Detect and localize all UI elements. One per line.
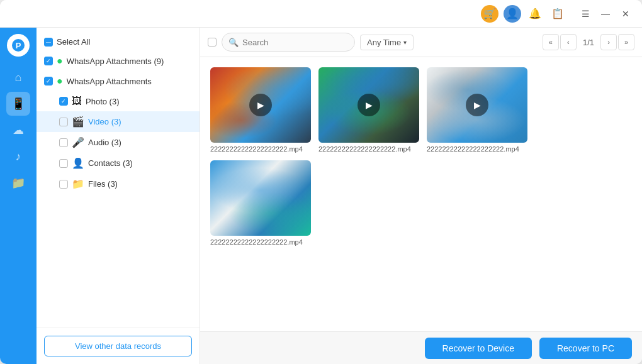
nav-item-phone[interactable]: 📱 xyxy=(6,92,30,116)
photo-label: Photo (3) xyxy=(86,97,192,106)
filename-0: 22222222222222222222.mp4 xyxy=(210,145,311,153)
audio-icon: 🎤 xyxy=(72,136,84,148)
grid-container: ▶ 22222222222222222222.mp4 ▶ 22222222222… xyxy=(210,67,632,246)
play-button-1[interactable]: ▶ xyxy=(358,94,380,116)
recover-to-pc-button[interactable]: Recover to PC xyxy=(539,338,632,359)
nav-item-folder[interactable]: 📁 xyxy=(6,171,30,195)
contacts-label: Contacts (3) xyxy=(88,158,192,168)
bottom-bar: Recover to Device Recover to PC xyxy=(200,331,642,364)
files-checkbox[interactable] xyxy=(59,180,68,189)
bell-icon[interactable]: 🔔 xyxy=(526,5,544,23)
filter-label: Any Time xyxy=(367,38,401,47)
play-button-0[interactable]: ▶ xyxy=(249,94,272,116)
play-overlay-2: ▶ xyxy=(427,67,527,143)
recover-to-device-button[interactable]: Recover to Device xyxy=(425,338,532,359)
svg-text:P: P xyxy=(16,41,21,50)
title-bar: 🛒 👤 🔔 📋 ☰ — ✕ xyxy=(0,0,642,28)
user-icon[interactable]: 👤 xyxy=(504,5,521,23)
whatsapp-sub-icon: ● xyxy=(57,75,63,87)
first-page-button[interactable]: « xyxy=(543,34,559,50)
main-content: 🔍 Any Time ▾ « ‹ 1/1 › » xyxy=(200,28,642,364)
pagination: « ‹ 1/1 › » xyxy=(543,34,634,50)
audio-checkbox[interactable] xyxy=(59,138,68,147)
grid-item-1[interactable]: ▶ 22222222222222222222.mp4 xyxy=(318,67,419,153)
app-window: 🛒 👤 🔔 📋 ☰ — ✕ P ⌂ 📱 ☁ ♪ 📁 xyxy=(0,0,642,364)
whatsapp-checkbox[interactable] xyxy=(44,77,53,85)
whatsapp-parent-label: WhatsApp Attachments (9) xyxy=(67,57,192,66)
search-box: 🔍 xyxy=(222,33,355,52)
play-button-2[interactable]: ▶ xyxy=(466,94,488,116)
search-input[interactable] xyxy=(242,38,348,47)
content-toolbar: 🔍 Any Time ▾ « ‹ 1/1 › » xyxy=(200,28,642,57)
video-icon: 🎬 xyxy=(72,116,84,128)
close-button[interactable]: ✕ xyxy=(617,5,634,23)
chevron-down-icon: ▾ xyxy=(403,39,407,46)
filename-3: 22222222222222222222.mp4 xyxy=(210,238,311,246)
grid-item-3[interactable]: 22222222222222222222.mp4 xyxy=(210,160,311,246)
thumbnail-0: ▶ xyxy=(210,67,311,143)
nav-item-cloud[interactable]: ☁ xyxy=(6,118,30,142)
next-page-button[interactable]: › xyxy=(600,34,617,50)
thumbnail-1: ▶ xyxy=(318,67,419,143)
audio-label: Audio (3) xyxy=(88,138,192,147)
grid-item-2[interactable]: ▶ 22222222222222222222.mp4 xyxy=(427,67,527,153)
video-label: Video (3) xyxy=(88,117,192,126)
title-bar-icons: 🛒 👤 🔔 📋 ☰ — ✕ xyxy=(481,5,634,23)
files-icon: 📁 xyxy=(72,178,84,190)
video-checkbox[interactable] xyxy=(59,118,68,126)
filename-2: 22222222222222222222.mp4 xyxy=(427,145,527,153)
filter-select[interactable]: Any Time ▾ xyxy=(360,35,414,50)
toolbar-checkbox[interactable] xyxy=(208,38,217,47)
app-logo: P xyxy=(7,34,30,57)
grid-item-0[interactable]: ▶ 22222222222222222222.mp4 xyxy=(210,67,311,153)
content-grid: ▶ 22222222222222222222.mp4 ▶ 22222222222… xyxy=(200,57,642,331)
sidebar-item-photo[interactable]: 🖼 Photo (3) xyxy=(37,91,200,111)
left-nav: P ⌂ 📱 ☁ ♪ 📁 xyxy=(0,28,37,364)
whatsapp-parent-checkbox[interactable] xyxy=(44,57,53,65)
play-overlay-0: ▶ xyxy=(210,67,311,143)
files-label: Files (3) xyxy=(88,179,192,189)
sidebar-item-contacts[interactable]: 👤 Contacts (3) xyxy=(37,153,200,174)
last-page-button[interactable]: » xyxy=(618,34,634,50)
photo-icon: 🖼 xyxy=(72,96,82,107)
photo-checkbox[interactable] xyxy=(59,97,68,106)
window-controls: ☰ — ✕ xyxy=(577,5,634,23)
sidebar-item-audio[interactable]: 🎤 Audio (3) xyxy=(37,132,200,153)
sidebar-item-whatsapp-parent[interactable]: ● WhatsApp Attachments (9) xyxy=(37,51,200,71)
notes-icon[interactable]: 📋 xyxy=(549,5,566,23)
select-all-label: Select All xyxy=(57,37,192,47)
select-all-checkbox[interactable] xyxy=(44,38,53,47)
sidebar-item-files[interactable]: 📁 Files (3) xyxy=(37,174,200,194)
sidebar-item-whatsapp[interactable]: ● WhatsApp Attachments xyxy=(37,71,200,91)
cart-icon[interactable]: 🛒 xyxy=(481,5,498,23)
nav-item-music[interactable]: ♪ xyxy=(6,145,30,168)
whatsapp-icon: ● xyxy=(57,55,63,67)
sidebar-tree: Select All ● WhatsApp Attachments (9) ● … xyxy=(37,28,200,364)
filename-1: 22222222222222222222.mp4 xyxy=(318,145,419,153)
hamburger-button[interactable]: ☰ xyxy=(577,5,594,23)
prev-page-button[interactable]: ‹ xyxy=(560,34,577,50)
contacts-checkbox[interactable] xyxy=(59,159,68,168)
sidebar-content: Select All ● WhatsApp Attachments (9) ● … xyxy=(37,28,200,328)
page-info: 1/1 xyxy=(578,38,599,47)
main-layout: P ⌂ 📱 ☁ ♪ 📁 Select All ● WhatsA xyxy=(0,28,642,364)
thumbnail-3 xyxy=(210,160,311,236)
whatsapp-label: WhatsApp Attachments xyxy=(67,77,192,86)
contacts-icon: 👤 xyxy=(72,157,84,169)
thumbnail-2: ▶ xyxy=(427,67,527,143)
minimize-button[interactable]: — xyxy=(597,5,614,23)
select-all-item[interactable]: Select All xyxy=(37,33,200,51)
sidebar-footer: View other data records xyxy=(37,328,200,364)
sidebar-item-video[interactable]: 🎬 Video (3) xyxy=(37,111,200,132)
play-overlay-1: ▶ xyxy=(318,67,419,143)
nav-item-home[interactable]: ⌂ xyxy=(6,65,30,89)
view-other-button[interactable]: View other data records xyxy=(44,336,192,356)
search-icon: 🔍 xyxy=(228,38,239,47)
